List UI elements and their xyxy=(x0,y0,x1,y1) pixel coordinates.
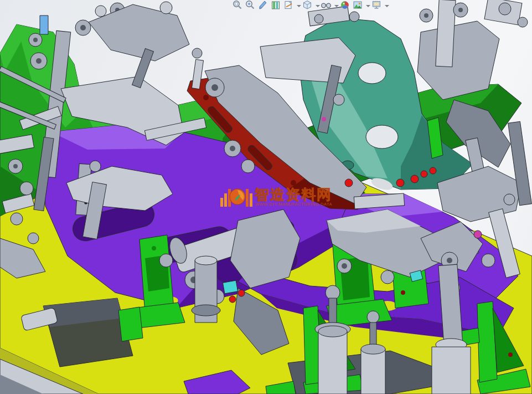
pneumatic-cylinder-vertical[interactable] xyxy=(318,331,347,394)
view-toolbar xyxy=(232,0,390,11)
locator-ball-red xyxy=(421,171,427,177)
locator-ball-red xyxy=(396,179,404,187)
clamp-top-mid-left[interactable] xyxy=(89,2,204,89)
gusset-mid-small[interactable] xyxy=(118,307,143,341)
pneumatic-cylinder-vertical[interactable] xyxy=(361,349,385,394)
apply-scene-dropdown[interactable] xyxy=(365,0,371,11)
view-settings-dropdown[interactable] xyxy=(384,0,390,11)
cyan-spacer-block xyxy=(223,280,237,294)
display-style-dropdown[interactable] xyxy=(314,0,321,11)
apply-scene-icon[interactable] xyxy=(352,0,363,11)
panel-hole xyxy=(366,125,398,149)
edit-appearance-icon[interactable] xyxy=(339,0,350,11)
cad-viewport[interactable]: 智造资料网 WWW.DIY-MANUFACTURING.DATA xyxy=(0,0,532,394)
locator-ball-pink xyxy=(474,231,482,238)
hide-show-items-icon[interactable] xyxy=(321,0,332,11)
locator-ball-red xyxy=(411,175,419,183)
locator-ball-red xyxy=(430,167,436,174)
locator-ball-small xyxy=(322,117,326,121)
hide-show-items-dropdown[interactable] xyxy=(333,0,339,11)
section-view-icon[interactable] xyxy=(270,0,281,11)
view-settings-icon[interactable] xyxy=(371,0,382,11)
display-style-icon[interactable] xyxy=(302,0,313,11)
zoom-to-fit-icon[interactable] xyxy=(232,0,243,11)
locator-ball-red xyxy=(345,179,353,187)
watermark: 智造资料网 WWW.DIY-MANUFACTURING.DATA xyxy=(220,186,332,207)
locator-ball-red xyxy=(238,290,245,296)
model-scene[interactable]: 智造资料网 WWW.DIY-MANUFACTURING.DATA xyxy=(0,0,532,394)
locator-ball-red xyxy=(229,296,236,303)
watermark-title: 智造资料网 xyxy=(254,186,332,203)
view-orientation-dropdown[interactable] xyxy=(296,0,302,11)
blue-spacer xyxy=(40,16,48,34)
panel-hole xyxy=(358,63,386,84)
zoom-to-area-icon[interactable] xyxy=(245,0,256,11)
view-orientation-icon[interactable] xyxy=(283,0,294,11)
watermark-subtitle: WWW.DIY-MANUFACTURING.DATA xyxy=(255,202,332,207)
previous-view-icon[interactable] xyxy=(257,0,268,11)
